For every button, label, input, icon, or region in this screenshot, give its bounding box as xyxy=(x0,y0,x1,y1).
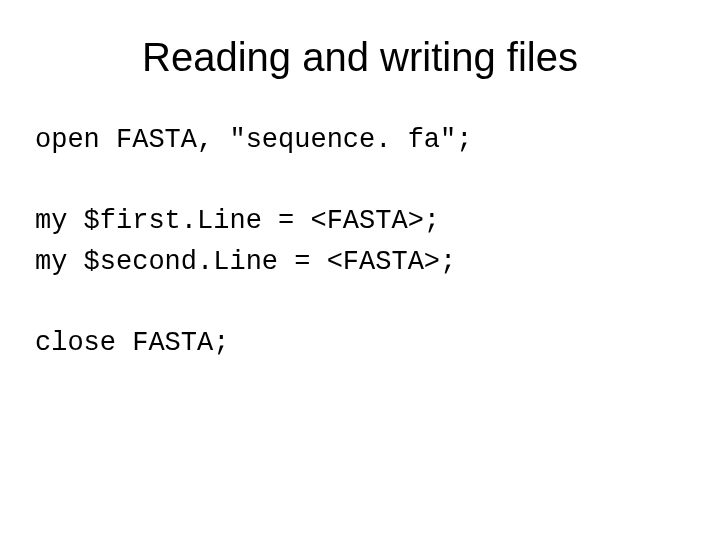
code-line-2: my $first.Line = <FASTA>; xyxy=(35,206,440,236)
code-line-1: open FASTA, "sequence. fa"; xyxy=(35,125,472,155)
code-line-4: close FASTA; xyxy=(35,328,229,358)
code-line-3: my $second.Line = <FASTA>; xyxy=(35,247,456,277)
slide-title: Reading and writing files xyxy=(35,35,685,80)
slide-container: Reading and writing files open FASTA, "s… xyxy=(0,0,720,540)
code-block: open FASTA, "sequence. fa"; my $first.Li… xyxy=(35,120,685,363)
